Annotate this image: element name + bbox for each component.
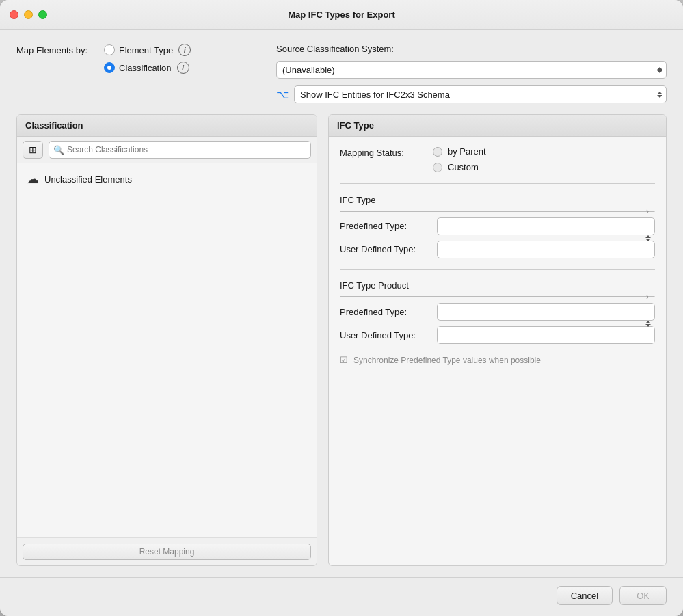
maximize-button[interactable] xyxy=(38,10,47,19)
list-item[interactable]: ☁ Unclassified Elements xyxy=(23,169,311,189)
main-content: Map Elements by: Element Type i Classifi… xyxy=(0,30,683,577)
search-input[interactable] xyxy=(49,141,311,159)
tree-view-button[interactable]: ⊞ xyxy=(23,141,43,159)
ifc-type-panel: IFC Type Mapping Status: by Parent xyxy=(328,114,667,566)
classification-panel-header: Classification xyxy=(17,115,317,137)
filter-icon: ⌥ xyxy=(276,88,289,101)
search-wrapper: 🔍 xyxy=(49,141,311,159)
cancel-button[interactable]: Cancel xyxy=(557,586,613,605)
sync-row: ☑ Synchronize Predefined Type values whe… xyxy=(340,355,655,365)
classification-list: ☁ Unclassified Elements xyxy=(17,163,317,537)
classification-row: Classification i xyxy=(16,62,276,74)
chevron-right-product-icon: › xyxy=(646,292,649,302)
predefined-type2-select-wrapper xyxy=(437,303,655,321)
classification-footer: Reset Mapping xyxy=(17,537,317,565)
ifc-type-product-field[interactable]: › xyxy=(340,296,655,297)
source-select-wrapper: (Unavailable) xyxy=(276,61,667,79)
window-controls xyxy=(10,10,47,19)
by-parent-label: by Parent xyxy=(448,146,486,157)
classification-toolbar: ⊞ 🔍 xyxy=(17,137,317,163)
ifc-type-field[interactable]: › xyxy=(340,211,655,212)
custom-label: Custom xyxy=(448,162,479,172)
reset-mapping-button[interactable]: Reset Mapping xyxy=(23,544,311,560)
tree-view-icon: ⊞ xyxy=(29,144,37,155)
source-classification-label: Source Classification System: xyxy=(276,44,667,54)
by-parent-radio[interactable] xyxy=(433,147,442,157)
minimize-button[interactable] xyxy=(24,10,33,19)
ok-button[interactable]: OK xyxy=(619,586,667,605)
map-elements-panel: Map Elements by: Element Type i Classifi… xyxy=(16,44,276,74)
map-elements-label: Map Elements by: xyxy=(16,45,98,55)
predefined-type2-label: Predefined Type: xyxy=(340,307,429,317)
radio-classification-label: Classification xyxy=(119,63,172,73)
top-section: Map Elements by: Element Type i Classifi… xyxy=(16,44,667,103)
radio-element-type[interactable]: Element Type xyxy=(104,44,173,55)
titlebar: Map IFC Types for Export xyxy=(0,0,683,30)
radio-classification-circle[interactable] xyxy=(104,62,115,73)
source-select[interactable]: (Unavailable) xyxy=(276,61,667,79)
pred-arrow-up xyxy=(645,235,651,238)
chevron-right-icon: › xyxy=(646,206,649,216)
user-defined-type-row: User Defined Type: xyxy=(340,241,655,258)
mapping-status-label: Mapping Status: xyxy=(340,146,422,158)
predefined-type-label: Predefined Type: xyxy=(340,221,429,231)
ifc-type-product-section: IFC Type Product › Predefined Type: xyxy=(340,280,655,344)
user-defined-type-label: User Defined Type: xyxy=(340,244,429,254)
main-panels: Classification ⊞ 🔍 ☁ Unclassified Elemen… xyxy=(16,114,667,566)
radio-element-type-circle[interactable] xyxy=(104,44,115,55)
custom-radio[interactable] xyxy=(433,163,442,172)
radio-element-type-label: Element Type xyxy=(119,45,173,55)
unclassified-label: Unclassified Elements xyxy=(44,174,132,185)
divider-2 xyxy=(340,269,655,270)
sync-checkbox-icon[interactable]: ☑ xyxy=(340,355,348,365)
pred2-arrow-up xyxy=(645,321,651,323)
predefined-type-select[interactable] xyxy=(437,217,655,235)
user-defined-type2-label: User Defined Type: xyxy=(340,330,429,340)
filter-row: ⌥ Show IFC Entities for IFC2x3 Schema xyxy=(276,85,667,103)
predefined-type2-select[interactable] xyxy=(437,303,655,321)
classification-info-icon[interactable]: i xyxy=(177,62,189,74)
user-defined-type-input[interactable] xyxy=(437,241,655,258)
radio-classification[interactable]: Classification xyxy=(104,62,172,73)
custom-option[interactable]: Custom xyxy=(433,162,486,172)
user-defined-type2-input[interactable] xyxy=(437,326,655,344)
close-button[interactable] xyxy=(10,10,18,19)
ifc-type-section: IFC Type › Predefined Type: xyxy=(340,195,655,258)
predefined-type-row: Predefined Type: xyxy=(340,217,655,235)
ifc-type-panel-header: IFC Type xyxy=(329,115,666,137)
source-panel: Source Classification System: (Unavailab… xyxy=(276,44,667,103)
window-title: Map IFC Types for Export xyxy=(288,10,395,20)
ifc-type-product-title: IFC Type Product xyxy=(340,280,655,291)
mapping-options: by Parent Custom xyxy=(433,146,486,172)
element-type-info-icon[interactable]: i xyxy=(178,44,191,56)
ifc-panel-content: Mapping Status: by Parent Custom xyxy=(329,137,666,565)
by-parent-option[interactable]: by Parent xyxy=(433,146,486,157)
app-window: Map IFC Types for Export Map Elements by… xyxy=(0,0,683,616)
unclassified-icon: ☁ xyxy=(27,172,39,187)
filter-select-wrapper: Show IFC Entities for IFC2x3 Schema xyxy=(294,85,667,103)
predefined-type2-row: Predefined Type: xyxy=(340,303,655,321)
filter-select[interactable]: Show IFC Entities for IFC2x3 Schema xyxy=(294,85,667,103)
ifc-type-section-title: IFC Type xyxy=(340,195,655,205)
element-type-row: Map Elements by: Element Type i xyxy=(16,44,276,56)
divider-1 xyxy=(340,183,655,184)
bottom-bar: Cancel OK xyxy=(0,577,683,616)
classification-panel: Classification ⊞ 🔍 ☁ Unclassified Elemen… xyxy=(16,114,317,566)
user-defined-type2-row: User Defined Type: xyxy=(340,326,655,344)
mapping-status-row: Mapping Status: by Parent Custom xyxy=(340,146,655,172)
sync-label: Synchronize Predefined Type values when … xyxy=(353,356,541,365)
predefined-type-select-wrapper xyxy=(437,217,655,235)
